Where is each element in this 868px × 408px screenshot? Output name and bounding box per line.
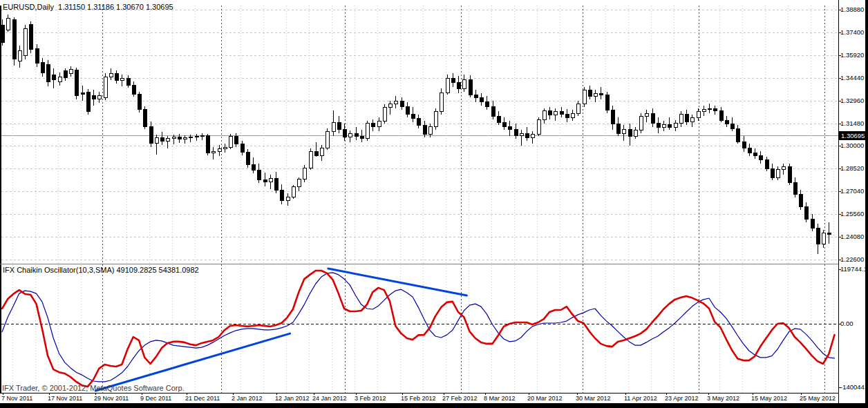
price-axis-label: 1.28520 (840, 164, 864, 172)
date-axis-label: 24 Jan 2012 (312, 395, 347, 402)
indicator-axis-label: 0.00 (840, 320, 853, 327)
price-axis-label: 1.38880 (840, 6, 864, 13)
indicator-title: IFX Chaikin Oscillator(10,3,SMA) 49109.2… (3, 266, 199, 274)
chart-title: EURUSD,Daily 1.31150 1.31186 1.30670 1.3… (3, 3, 173, 11)
date-axis-label: 9 Dec 2011 (140, 395, 171, 402)
date-axis-label: 3 May 2012 (707, 395, 739, 402)
trendline[interactable] (95, 333, 290, 391)
date-axis-label: 27 Feb 2012 (442, 395, 478, 402)
date-axis-label: 8 Mar 2012 (484, 395, 516, 402)
date-axis-label: 7 Nov 2011 (1, 395, 32, 402)
date-axis-label: 17 Nov 2011 (48, 395, 82, 402)
chart-canvas[interactable] (0, 0, 868, 408)
price-axis-label: 1.34440 (840, 74, 864, 81)
window-edge-bottom (0, 403, 868, 408)
date-axis-label: 11 Apr 2012 (624, 395, 657, 402)
signal-line (2, 273, 835, 382)
price-axis-label: 1.35920 (840, 51, 864, 59)
price-axis-label: 1.32960 (840, 97, 864, 104)
date-axis-label: 2 Jan 2012 (232, 395, 263, 402)
date-axis-label: 21 Dec 2011 (185, 395, 220, 402)
candles-layer[interactable] (1, 14, 831, 254)
oscillator-layer (2, 269, 835, 391)
date-axis-label: 20 Mar 2012 (527, 395, 563, 402)
date-axis-label: 25 May 2012 (800, 395, 836, 402)
date-axis-label: 23 Apr 2012 (665, 395, 699, 402)
price-axis-label: 1.37400 (840, 28, 864, 36)
price-axis-label: 1.24080 (840, 233, 864, 240)
indicator-axis-label: -140044. (840, 383, 867, 391)
date-axis-label: 29 Nov 2011 (94, 395, 129, 402)
price-axis-label: 1.27040 (840, 187, 864, 195)
indicator-axis-label: 119744.1 (840, 265, 867, 273)
price-axis-label: 1.30000 (840, 142, 864, 149)
price-axis-label: 1.25560 (840, 210, 864, 217)
price-axis-label: 1.31480 (840, 119, 864, 127)
date-axis-label: 15 Feb 2012 (401, 395, 436, 402)
date-axis-label: 15 May 2012 (751, 395, 787, 402)
date-axis-label: 30 Mar 2012 (576, 395, 611, 402)
date-axis-label: 12 Jan 2012 (275, 395, 310, 402)
trading-chart-window: EURUSD,Daily 1.31150 1.31186 1.30670 1.3… (0, 0, 868, 408)
platform-watermark: IFX Trader, © 2001-2012, MetaQuotes Soft… (2, 384, 185, 392)
price-axis-label: 1.22600 (840, 255, 864, 263)
panel-left-border (0, 6, 1, 393)
current-price-tag: 1.30695 (839, 131, 868, 140)
window-edge-right (865, 0, 868, 408)
date-axis-label: 3 Feb 2012 (355, 395, 386, 402)
